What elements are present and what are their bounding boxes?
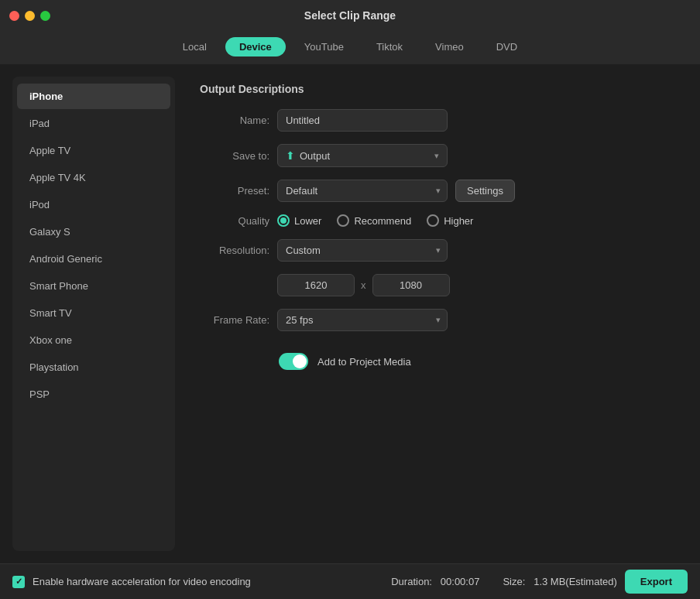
duration-value: 00:00:07 bbox=[441, 576, 480, 587]
save-to-row: Save to: ⬆ Output ▾ bbox=[200, 144, 675, 167]
sidebar-item-ipad[interactable]: iPad bbox=[17, 111, 170, 136]
preset-label: Preset: bbox=[200, 185, 269, 197]
size-label: Size: 1.3 MB(Estimated) bbox=[503, 576, 616, 587]
quality-higher-label: Higher bbox=[444, 215, 473, 227]
preset-row: Preset: Default ▾ Settings bbox=[200, 180, 675, 202]
radio-recommend-circle bbox=[337, 214, 349, 227]
settings-button[interactable]: Settings bbox=[455, 180, 515, 202]
framerate-label: Frame Rate: bbox=[200, 314, 269, 326]
sidebar-item-galaxys[interactable]: Galaxy S bbox=[17, 219, 170, 245]
resolution-label: Resolution: bbox=[200, 245, 269, 256]
duration-label: Duration: 00:00:07 bbox=[391, 576, 479, 587]
bottom-info: Duration: 00:00:07 Size: 1.3 MB(Estimate… bbox=[391, 576, 617, 587]
preset-select-wrap: Default ▾ bbox=[277, 180, 448, 202]
save-to-label: Save to: bbox=[200, 150, 269, 162]
sidebar-item-playstation[interactable]: Playstation bbox=[17, 354, 170, 380]
tab-dvd[interactable]: DVD bbox=[482, 37, 531, 56]
toggle-label: Add to Project Media bbox=[317, 356, 411, 368]
name-label: Name: bbox=[200, 115, 269, 126]
res-x-label: x bbox=[361, 279, 366, 291]
output-title: Output Descriptions bbox=[200, 83, 675, 95]
sidebar-item-smartphone[interactable]: Smart Phone bbox=[17, 273, 170, 299]
sidebar-item-ipod[interactable]: iPod bbox=[17, 192, 170, 217]
title-bar: Select Clip Range bbox=[0, 0, 700, 31]
tab-tiktok[interactable]: Tiktok bbox=[362, 37, 417, 56]
tab-bar: Local Device YouTube Tiktok Vimeo DVD bbox=[0, 31, 700, 64]
resolution-inputs: x bbox=[277, 274, 450, 296]
device-sidebar: iPhone iPad Apple TV Apple TV 4K iPod Ga… bbox=[12, 77, 175, 551]
toggle-row: Add to Project Media bbox=[200, 353, 675, 370]
size-value: 1.3 MB(Estimated) bbox=[534, 576, 617, 587]
window-controls bbox=[9, 11, 50, 21]
main-content: iPhone iPad Apple TV Apple TV 4K iPod Ga… bbox=[0, 64, 700, 563]
save-to-dropdown[interactable]: ⬆ Output ▾ bbox=[277, 144, 448, 167]
export-button[interactable]: Export bbox=[625, 570, 688, 594]
name-row: Name: bbox=[200, 109, 675, 132]
framerate-row: Frame Rate: 25 fps ▾ bbox=[200, 309, 675, 331]
sidebar-item-appletv[interactable]: Apple TV bbox=[17, 138, 170, 163]
framerate-select-wrap: 25 fps ▾ bbox=[277, 309, 448, 331]
sidebar-item-appletv4k[interactable]: Apple TV 4K bbox=[17, 165, 170, 190]
resolution-height-input[interactable] bbox=[372, 274, 450, 296]
sidebar-item-xboxone[interactable]: Xbox one bbox=[17, 327, 170, 353]
framerate-select[interactable]: 25 fps bbox=[277, 309, 448, 331]
tab-vimeo[interactable]: Vimeo bbox=[421, 37, 478, 56]
radio-higher-circle bbox=[427, 214, 439, 227]
chevron-down-icon: ▾ bbox=[434, 151, 439, 161]
maximize-button[interactable] bbox=[40, 11, 50, 21]
resolution-width-input[interactable] bbox=[277, 274, 355, 296]
resolution-row: Resolution: Custom ▾ bbox=[200, 239, 675, 262]
quality-recommend-label: Recommend bbox=[354, 215, 411, 227]
quality-options: Lower Recommend Higher bbox=[277, 214, 473, 227]
sidebar-item-androidgeneric[interactable]: Android Generic bbox=[17, 246, 170, 272]
save-to-icon: ⬆ bbox=[286, 149, 295, 162]
hw-checkbox[interactable] bbox=[12, 576, 25, 588]
bottom-bar: Enable hardware acceleration for video e… bbox=[0, 563, 700, 599]
size-label-text: Size: bbox=[503, 576, 525, 587]
quality-lower[interactable]: Lower bbox=[277, 214, 321, 227]
quality-label: Quality bbox=[200, 215, 269, 227]
resolution-select[interactable]: Custom bbox=[277, 239, 448, 262]
save-to-value: Output bbox=[300, 150, 430, 162]
quality-higher[interactable]: Higher bbox=[427, 214, 473, 227]
sidebar-item-smarttv[interactable]: Smart TV bbox=[17, 300, 170, 326]
quality-lower-label: Lower bbox=[294, 215, 321, 227]
quality-row: Quality Lower Recommend Higher bbox=[200, 214, 675, 227]
tab-device[interactable]: Device bbox=[225, 37, 286, 56]
minimize-button[interactable] bbox=[25, 11, 35, 21]
resolution-size-row: x bbox=[200, 274, 675, 296]
name-input[interactable] bbox=[277, 109, 448, 132]
quality-recommend[interactable]: Recommend bbox=[337, 214, 411, 227]
radio-lower-circle bbox=[277, 214, 290, 227]
resolution-select-wrap: Custom ▾ bbox=[277, 239, 448, 262]
sidebar-item-iphone[interactable]: iPhone bbox=[17, 84, 170, 109]
hw-label: Enable hardware acceleration for video e… bbox=[33, 576, 383, 587]
sidebar-item-psp[interactable]: PSP bbox=[17, 382, 170, 407]
tab-local[interactable]: Local bbox=[169, 37, 221, 56]
duration-label-text: Duration: bbox=[391, 576, 432, 587]
window-title: Select Clip Range bbox=[304, 9, 396, 22]
tab-youtube[interactable]: YouTube bbox=[290, 37, 358, 56]
add-to-project-toggle[interactable] bbox=[279, 353, 308, 370]
preset-select[interactable]: Default bbox=[277, 180, 448, 202]
output-panel: Output Descriptions Name: Save to: ⬆ Out… bbox=[187, 77, 688, 551]
close-button[interactable] bbox=[9, 11, 19, 21]
